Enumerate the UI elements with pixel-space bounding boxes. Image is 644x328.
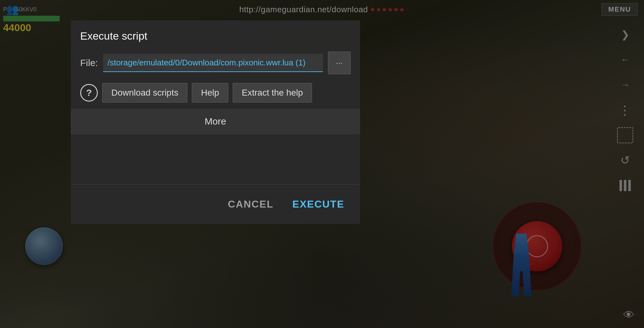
execute-script-dialog: Execute script File: ··· ? Download scri… bbox=[71, 20, 360, 224]
file-input[interactable] bbox=[103, 54, 323, 72]
extract-help-button[interactable]: Extract the help bbox=[233, 83, 312, 103]
execute-button[interactable]: EXECUTE bbox=[286, 194, 351, 214]
file-label: File: bbox=[80, 58, 98, 68]
file-browse-button[interactable]: ··· bbox=[328, 52, 351, 74]
dialog-content-area bbox=[71, 134, 360, 184]
dialog-footer: CANCEL EXECUTE bbox=[71, 185, 360, 224]
more-row[interactable]: More bbox=[71, 109, 360, 134]
question-mark-icon: ? bbox=[86, 87, 92, 98]
file-row: File: ··· bbox=[80, 52, 351, 74]
dialog-title: Execute script bbox=[80, 30, 351, 42]
cancel-button[interactable]: CANCEL bbox=[222, 194, 280, 214]
more-button[interactable]: More bbox=[80, 116, 351, 127]
ellipsis-icon: ··· bbox=[336, 58, 343, 68]
download-scripts-button[interactable]: Download scripts bbox=[102, 83, 187, 103]
help-button[interactable]: Help bbox=[192, 83, 228, 103]
action-row: ? Download scripts Help Extract the help bbox=[80, 83, 351, 109]
help-circle-button[interactable]: ? bbox=[80, 84, 98, 102]
